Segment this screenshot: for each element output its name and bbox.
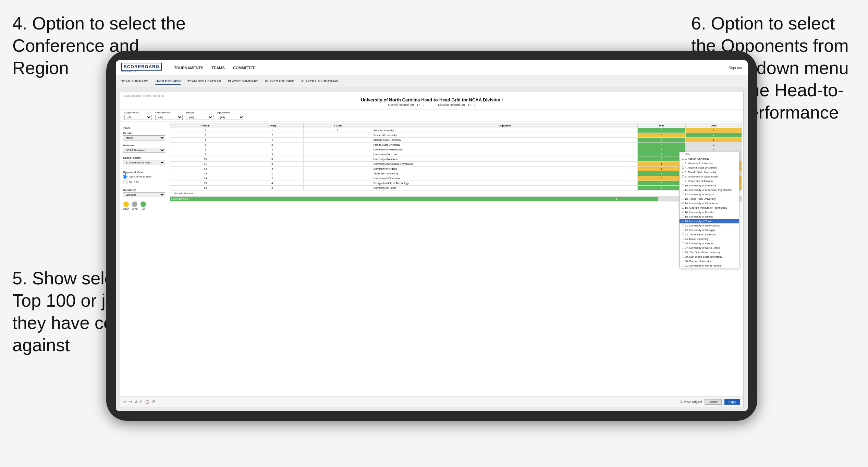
cell-rank: 3: [170, 133, 241, 138]
cell-opponent: University of Alabama: [372, 157, 637, 162]
cell-win: 3: [637, 157, 685, 162]
last-updated: Last Updated: 4/9/2024 16:55:38: [124, 94, 739, 97]
cell-win: 1: [637, 147, 685, 152]
cell-rag: 2: [241, 176, 303, 181]
tab-player-h2h-grid[interactable]: PLAYER H2H GRID: [265, 78, 295, 84]
col-win: Win: [637, 123, 685, 128]
cell-conf: [303, 167, 372, 171]
cell-rank: 8: [170, 147, 241, 152]
out-of-div-label: NCAA Division II: [170, 197, 575, 201]
undo-icon[interactable]: ↩: [124, 400, 126, 404]
cell-conf: [303, 147, 372, 152]
left-panel: Team Gender Men's Division NCAA Division…: [120, 122, 168, 396]
tab-player-summary[interactable]: PLAYER SUMMARY: [228, 78, 258, 84]
nav-committee[interactable]: COMMITTEE: [233, 64, 256, 71]
opponent-dropdown-item[interactable]: 18. University of Illinois: [680, 214, 739, 219]
bottom-toolbar: ↩ ↪ ↺ ⎘ 📋 ⏱ 🔍 View: Original Cancel Appl…: [120, 396, 743, 407]
opponent-filter-group: Opponent (All): [217, 111, 244, 120]
conference-filter-select[interactable]: (All): [155, 115, 183, 120]
opponent-dropdown-item[interactable]: 31. University of North Florida: [680, 263, 739, 268]
cell-opponent: Arizona State University: [372, 138, 637, 143]
col-rank: # Rank: [170, 123, 241, 128]
legend-row: Down Level Up: [123, 201, 165, 210]
opponent-dropdown-item[interactable]: 29. San Diego State University: [680, 255, 739, 259]
tablet-frame: SCOREBOARD Powered by ... TOURNAMENTS TE…: [106, 51, 757, 421]
cell-rag: 5: [241, 157, 303, 162]
opponent-dropdown-item[interactable]: 24. Duke University: [680, 237, 739, 241]
opponent-dropdown-item[interactable]: 6. Florida State University: [680, 170, 739, 174]
opponent-dropdown-item[interactable]: 23. Texas A&M University: [680, 232, 739, 237]
opponent-dropdown-item[interactable]: 13. Texas Tech University: [680, 197, 739, 201]
nav-teams[interactable]: TEAMS: [211, 64, 225, 71]
cell-win: 1: [637, 162, 685, 167]
gender-select[interactable]: Men's: [123, 135, 165, 140]
opponent-dropdown-item[interactable]: 30. Purdue University: [680, 259, 739, 263]
cell-win: 2: [637, 176, 685, 181]
tab-team-h2h-heatmap[interactable]: TEAM H2H HEATMAP: [187, 78, 221, 84]
out-of-div-win: 1: [575, 197, 658, 201]
cell-rank: 6: [170, 143, 241, 147]
opponent-dropdown-item[interactable]: 27. University of Notre Dame: [680, 246, 739, 250]
col-opponent: Opponent: [372, 123, 637, 128]
paste-icon[interactable]: 📋: [145, 400, 149, 404]
colour-by-label: Colour by: [123, 188, 165, 192]
opponent-dropdown-item[interactable]: 3. Vanderbilt University: [680, 161, 739, 165]
opponent-dropdown-item[interactable]: 8. University of Washington: [680, 174, 739, 179]
cell-rag: 4: [241, 181, 303, 186]
table-area: # Rank # Rag # Conf Opponent Win Loss 2: [168, 122, 743, 396]
cell-conf: [303, 171, 372, 176]
table-row: 8 2 University of Washington 1 0: [170, 147, 742, 152]
opponent-dropdown-item[interactable]: 11. University of Arkansas, Fayetteville: [680, 188, 739, 192]
cell-conf: [303, 162, 372, 167]
apply-button[interactable]: Apply: [724, 399, 740, 405]
school-select[interactable]: 1. University of Nort...: [123, 160, 165, 165]
opponent-dropdown-item[interactable]: 2. Auburn University: [680, 157, 739, 161]
opponent-dropdown-item[interactable]: 9. University of Arizona: [680, 179, 739, 183]
cell-loss: 4: [685, 133, 742, 138]
opponent-dropdown[interactable]: (All)2. Auburn University3. Vanderbilt U…: [679, 152, 739, 268]
opponent-dropdown-item[interactable]: 21. University of New Mexico: [680, 223, 739, 228]
tab-team-summary[interactable]: TEAM SUMMARY: [121, 78, 148, 84]
opponent-dropdown-item[interactable]: 25. University of Oregon: [680, 241, 739, 246]
division-select[interactable]: NCAA Division I: [123, 148, 165, 153]
opponent-dropdown-item[interactable]: 28. The Ohio State University: [680, 250, 739, 255]
opponent-dropdown-item[interactable]: 16. University of Florida: [680, 210, 739, 214]
cancel-button[interactable]: Cancel: [705, 399, 722, 405]
tab-player-h2h-heatmap[interactable]: PLAYER H2H HEATMAP: [301, 78, 338, 84]
redo-icon[interactable]: ↪: [129, 400, 132, 404]
opponent-filter-select[interactable]: (All): [217, 115, 244, 120]
copy-icon[interactable]: ⎘: [140, 400, 142, 404]
opponent-dropdown-item[interactable]: (All): [680, 152, 739, 157]
opponent-dropdown-item[interactable]: 15. Georgia Institute of Technology: [680, 206, 739, 210]
signout-link[interactable]: Sign out: [729, 66, 742, 70]
region-filter-select[interactable]: (All): [186, 115, 213, 120]
reset-icon[interactable]: ↺: [135, 400, 137, 404]
opponent-dropdown-item[interactable]: 4. Arizona State University: [680, 165, 739, 170]
colour-select[interactable]: Win/loss: [123, 192, 165, 197]
cell-rag: 2: [241, 147, 303, 152]
timer-icon[interactable]: ⏱: [152, 400, 155, 404]
cell-loss: 2: [685, 143, 742, 147]
nav-tournaments[interactable]: TOURNAMENTS: [174, 64, 203, 71]
cell-conf: [303, 181, 372, 186]
out-of-division-label: Out of division: [170, 191, 742, 196]
cell-opponent: Vanderbilt University: [372, 133, 637, 138]
opponent-filter-label: Opponent: [217, 111, 244, 114]
opponent-dropdown-item[interactable]: 22. University of Georgia: [680, 228, 739, 232]
tab-team-h2h-grid[interactable]: TEAM H2H GRID: [155, 77, 181, 85]
opponent-dropdown-item[interactable]: 14. University of Oklahoma: [680, 201, 739, 206]
opponent-dropdown-item[interactable]: 20. University of Texas: [680, 219, 739, 223]
opponent-dropdown-item[interactable]: 12. University of Virginia: [680, 192, 739, 197]
opponent-dropdown-item[interactable]: 10. University of Alabama: [680, 183, 739, 188]
nav-bar: SCOREBOARD Powered by ... TOURNAMENTS TE…: [116, 60, 748, 75]
cell-rag: 1: [241, 171, 303, 176]
sub-nav: TEAM SUMMARY TEAM H2H GRID TEAM H2H HEAT…: [116, 75, 748, 87]
gender-label: Gender: [123, 132, 165, 135]
card-header: Last Updated: 4/9/2024 16:55:38 Universi…: [120, 91, 743, 110]
cell-rag: 1: [241, 138, 303, 143]
cell-conf: [303, 176, 372, 181]
radio-top100[interactable]: Top 100: [123, 180, 165, 184]
radio-opponents-played[interactable]: Opponents Played: [123, 174, 165, 179]
opponents-filter-select[interactable]: (All): [124, 115, 152, 120]
cell-conf: [303, 133, 372, 138]
